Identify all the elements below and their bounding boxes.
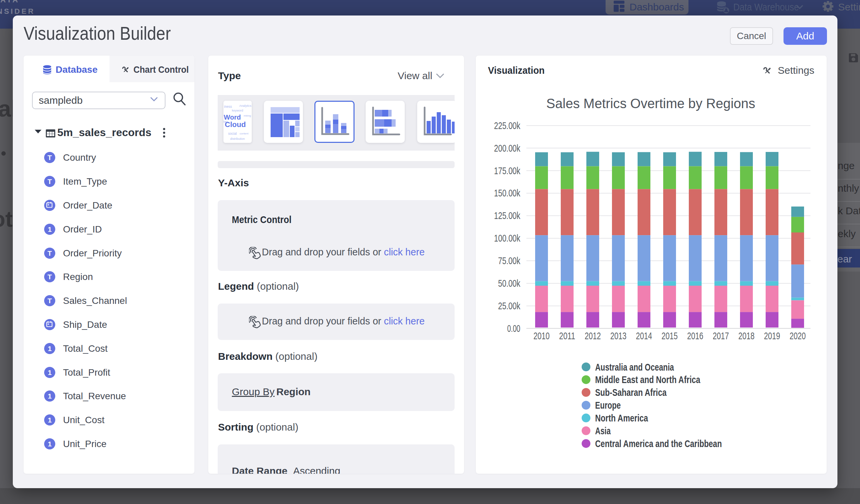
svg-text:Asia: Asia — [595, 425, 611, 436]
svg-text:2019: 2019 — [764, 330, 780, 341]
svg-text:150.00k: 150.00k — [494, 188, 520, 199]
svg-text:225.00k: 225.00k — [494, 120, 520, 131]
svg-text:Central America and the Caribb: Central America and the Caribbean — [595, 438, 722, 449]
svg-text:2017: 2017 — [713, 330, 729, 341]
svg-text:2014: 2014 — [636, 330, 652, 341]
svg-text:Australia and Oceania: Australia and Oceania — [595, 361, 674, 373]
svg-text:100.00k: 100.00k — [494, 233, 520, 244]
svg-text:75.00k: 75.00k — [498, 255, 520, 266]
svg-text:Sales Metrics Overtime by Regi: Sales Metrics Overtime by Regions — [546, 96, 755, 111]
svg-text:0.00: 0.00 — [507, 323, 520, 334]
svg-text:Europe: Europe — [595, 400, 621, 411]
svg-text:125.00k: 125.00k — [494, 210, 520, 221]
svg-text:2020: 2020 — [790, 330, 806, 341]
svg-text:2010: 2010 — [533, 330, 550, 341]
svg-text:Middle East and North Africa: Middle East and North Africa — [595, 374, 700, 385]
svg-text:175.00k: 175.00k — [494, 165, 520, 176]
svg-text:2016: 2016 — [687, 330, 703, 341]
svg-text:2015: 2015 — [661, 330, 678, 341]
svg-text:200.00k: 200.00k — [494, 143, 520, 154]
svg-text:25.00k: 25.00k — [498, 301, 520, 311]
svg-text:50.00k: 50.00k — [498, 278, 520, 289]
svg-text:2013: 2013 — [610, 330, 627, 341]
svg-text:2018: 2018 — [739, 330, 755, 341]
svg-text:2011: 2011 — [559, 330, 575, 341]
svg-text:2012: 2012 — [585, 330, 601, 341]
svg-text:North America: North America — [595, 412, 648, 423]
svg-text:Sub-Saharan Africa: Sub-Saharan Africa — [595, 387, 666, 398]
